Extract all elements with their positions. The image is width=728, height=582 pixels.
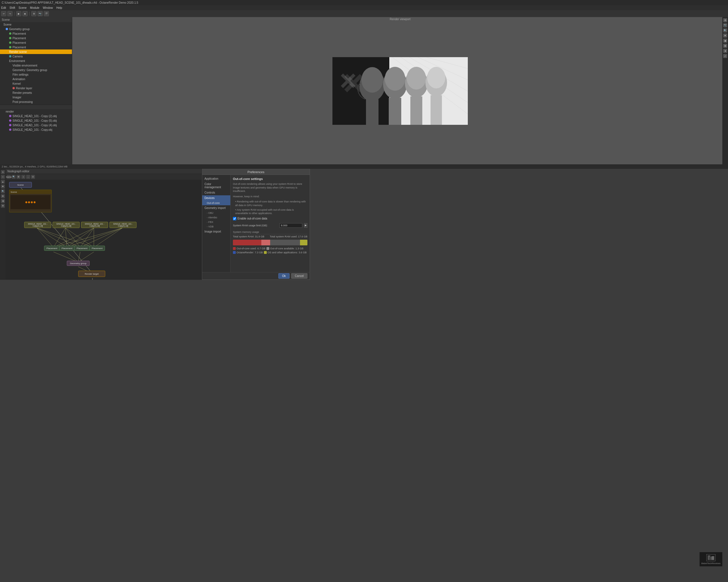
node-geometry-group[interactable]: Geometry group <box>67 261 89 266</box>
menu-help[interactable]: Help <box>56 6 62 9</box>
toolbar-btn-7[interactable]: 🎬 <box>44 11 49 16</box>
dot-head-2 <box>9 120 11 122</box>
node-placement-3[interactable]: Placement <box>74 246 90 251</box>
prefs-nav-geometry-import[interactable]: Geometry import <box>202 205 230 211</box>
tree-item-placement-1[interactable]: Placement <box>0 31 72 36</box>
node-head-3[interactable]: SINGLE_HEAD_101 - Copy(5).obj <box>81 222 108 228</box>
tree-label-scene: Scene <box>3 23 11 26</box>
ng-icon-settings[interactable]: ⚙ <box>1 204 5 208</box>
prefs-nav-fbx[interactable]: - FBX <box>202 220 230 224</box>
tree-item-placement-2[interactable]: Placement <box>0 36 72 41</box>
prefs-nav-image-import[interactable]: Image import <box>202 229 230 234</box>
strip-icon-6[interactable]: ⊞ <box>723 44 727 48</box>
tree-item-scene[interactable]: Scene <box>0 22 72 27</box>
ng-icon-zoom[interactable]: 🔍 <box>1 189 5 193</box>
ng-toolbar-scene[interactable]: Scene <box>7 175 11 179</box>
tree-label-render-presets: Render presets <box>12 91 32 95</box>
nodegraph-content[interactable]: Scene SINGLE_HEAD_101 - Copy(2).obj SING… <box>6 180 202 280</box>
prefs-ram-input[interactable] <box>280 223 302 228</box>
ng-toolbar-fit[interactable]: ⊡ <box>31 175 35 179</box>
tree-item-camera[interactable]: Camera <box>0 54 72 58</box>
node-head-1[interactable]: SINGLE_HEAD_101 - Copy(2).obj <box>24 222 51 228</box>
prefs-enable-checkbox[interactable] <box>233 217 236 220</box>
toolbar-btn-3[interactable]: ▶ <box>16 11 21 16</box>
ng-icon-move[interactable]: ✥ <box>1 185 5 188</box>
legend-dot-gray <box>266 247 269 250</box>
tree-item-render-scene[interactable]: Render scene <box>0 50 72 54</box>
toolbar-btn-1[interactable]: ↩ <box>1 11 6 16</box>
tree-item-imager[interactable]: Imager <box>0 95 72 100</box>
tree-item-film-settings[interactable]: Film settings <box>0 72 72 77</box>
node-head-4[interactable]: SINGLE_HEAD_101 - Copy(4).obj <box>109 222 136 228</box>
tree-item-head-2[interactable]: SINGLE_HEAD_101 - Copy (5).obj <box>0 118 72 123</box>
prefs-ram-limit-row: System RAM usage limit (GB): ▶ <box>233 222 307 229</box>
tree-label-animation: Animation <box>12 78 25 81</box>
prefs-nav-color-mgmt[interactable]: Color management <box>202 181 230 190</box>
node-head-2[interactable]: SINGLE_HEAD_101 - Copy(4).obj <box>53 222 80 228</box>
tree-item-render-presets[interactable]: Render presets <box>0 90 72 95</box>
prefs-nav-application[interactable]: Application <box>202 176 230 181</box>
ng-toolbar-zoom-out[interactable]: - <box>26 175 30 179</box>
tree-item-environment[interactable]: Environment <box>0 58 72 63</box>
node-scene-preview[interactable]: Scene ●●●● <box>9 190 52 212</box>
node-placement-2[interactable]: Placement <box>59 246 75 251</box>
tree-item-head-1[interactable]: SINGLE_HEAD_101 - Copy (2).obj <box>0 114 72 118</box>
watermark: BabelTechReviews <box>700 552 722 566</box>
node-geometry-group-label: Geometry group <box>70 262 86 265</box>
tree-item-animation[interactable]: Animation <box>0 77 72 81</box>
ng-icon-add[interactable]: + <box>1 175 5 179</box>
node-render-target[interactable]: Render target <box>78 271 105 277</box>
ng-icon-frame[interactable]: ⊞ <box>1 194 5 198</box>
strip-icon-3[interactable]: 🔍 <box>723 28 727 32</box>
preferences-content: Out-of-core settings Out-of-core renderi… <box>231 175 310 272</box>
tree-item-visible-env[interactable]: Visible environment <box>0 63 72 68</box>
tree-item-head-4[interactable]: SINGLE_HEAD_101 - Copy.obj <box>0 127 72 132</box>
ng-scene-label: Scene <box>6 176 12 178</box>
tree-item-kernel[interactable]: Kernel <box>0 81 72 86</box>
tree-item-render-layer[interactable]: Render layer <box>0 86 72 90</box>
strip-icon-5[interactable]: ◉ <box>723 39 727 43</box>
prefs-ok-button[interactable]: Ok <box>279 273 289 279</box>
strip-icon-7[interactable]: ★ <box>723 49 727 53</box>
toolbar-btn-5[interactable]: ⚙ <box>31 11 36 16</box>
prefs-nav-vdb[interactable]: - VDB <box>202 224 230 229</box>
ng-toolbar-layout[interactable]: ⊞ <box>17 175 21 179</box>
tree-item-geom-group[interactable]: Geometry group <box>0 27 72 31</box>
prefs-nav-alembic[interactable]: - Alembic <box>202 215 230 220</box>
strip-icon-4[interactable]: ▼ <box>723 33 727 37</box>
node-placement-1[interactable]: Placement <box>44 246 60 251</box>
ng-icon-select[interactable]: ▲ <box>1 180 5 184</box>
ng-icon-link[interactable]: ⛓ <box>1 199 5 203</box>
ng-toolbar-search[interactable]: 🔍 <box>12 175 16 179</box>
prefs-nav-devices[interactable]: Devices <box>202 195 230 201</box>
tree-item-post-processing[interactable]: Post processing <box>0 100 72 104</box>
prefs-nav-out-of-core[interactable]: Out-of-core <box>202 201 230 205</box>
tree-item-placement-4[interactable]: Placement <box>0 45 72 50</box>
tree-item-render[interactable]: render <box>0 109 72 114</box>
ng-toolbar-zoom-in[interactable]: + <box>21 175 25 179</box>
toolbar-btn-6[interactable]: 📷 <box>37 11 43 16</box>
tree-item-placement-3[interactable]: Placement <box>0 41 72 45</box>
tree-label-kernel: Kernel <box>12 82 21 85</box>
node-scene[interactable]: Scene <box>9 182 32 188</box>
strip-icon-2[interactable]: 📷 <box>723 23 727 27</box>
tree-item-head-3[interactable]: SINGLE_HEAD_101 - Copy (4).obj <box>0 123 72 127</box>
strip-icon-1[interactable]: ⚙ <box>723 18 727 22</box>
menu-scene[interactable]: Scene <box>19 6 26 9</box>
menu-module[interactable]: Module <box>30 6 40 9</box>
prefs-nav-obj[interactable]: - OBJ <box>202 211 230 215</box>
menu-edit[interactable]: Edit <box>1 6 6 9</box>
toolbar-btn-4[interactable]: ■ <box>23 11 28 16</box>
strip-icon-8[interactable]: ✓ <box>723 54 727 58</box>
prefs-cancel-button[interactable]: Cancel <box>291 273 307 279</box>
toolbar-btn-2[interactable]: ↪ <box>7 11 12 16</box>
prefs-nav-controls[interactable]: Controls <box>202 190 230 195</box>
scene-preview-content: ●●●● <box>10 195 50 209</box>
prefs-ram-slider-btn[interactable]: ▶ <box>304 223 307 228</box>
menu-shift[interactable]: Shift <box>9 6 15 9</box>
node-head-2-label: SINGLE_HEAD_101 - Copy(4).obj <box>53 223 79 227</box>
menu-window[interactable]: Window <box>43 6 53 9</box>
node-placement-4[interactable]: Placement <box>89 246 105 251</box>
ng-icon-scene[interactable]: S <box>1 170 5 174</box>
tree-item-geom-geomgroup[interactable]: Geometry: Geometry group <box>0 68 72 72</box>
